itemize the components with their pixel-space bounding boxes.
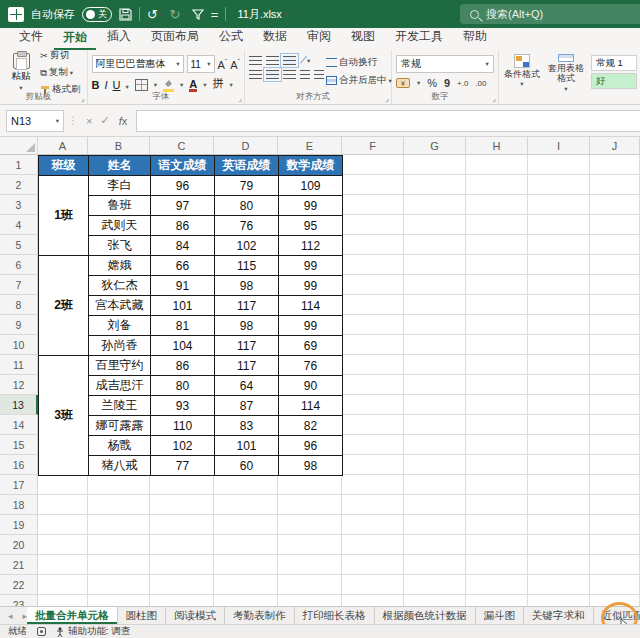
copy-button[interactable]: ⧉ 复制 ▾ <box>38 65 83 80</box>
table-cell[interactable]: 101 <box>215 436 279 456</box>
row-header[interactable]: 1 <box>0 155 38 175</box>
cell[interactable] <box>214 495 278 515</box>
ribbon-tab[interactable]: 审阅 <box>298 25 340 50</box>
cell[interactable] <box>342 395 404 415</box>
row-header[interactable]: 12 <box>0 375 38 395</box>
cell[interactable] <box>528 515 590 535</box>
cell[interactable] <box>590 455 640 475</box>
table-cell[interactable]: 77 <box>151 456 215 476</box>
cell[interactable] <box>278 535 342 555</box>
cell[interactable] <box>342 175 404 195</box>
row-header[interactable]: 5 <box>0 235 38 255</box>
cell[interactable] <box>590 595 640 606</box>
cell[interactable] <box>38 475 88 495</box>
table-cell[interactable]: 80 <box>151 376 215 396</box>
table-cell[interactable]: 2班 <box>39 256 89 356</box>
cell[interactable] <box>342 515 404 535</box>
cell[interactable] <box>342 555 404 575</box>
table-cell[interactable]: 60 <box>215 456 279 476</box>
cell[interactable] <box>528 335 590 355</box>
clipboard-dialog-launcher[interactable]: ⌟ <box>81 94 85 103</box>
cell[interactable] <box>466 595 528 606</box>
cell[interactable] <box>404 555 466 575</box>
cell[interactable] <box>528 155 590 175</box>
table-cell[interactable]: 99 <box>279 276 343 296</box>
table-header-cell[interactable]: 姓名 <box>89 156 151 176</box>
cell[interactable] <box>528 495 590 515</box>
row-header[interactable]: 22 <box>0 575 38 595</box>
cell[interactable] <box>466 555 528 575</box>
cell[interactable] <box>88 515 150 535</box>
sheet-tab[interactable]: 圆柱图 <box>118 607 167 624</box>
ribbon-tab[interactable]: 开发工具 <box>386 25 452 50</box>
borders-button[interactable] <box>135 79 148 91</box>
cell[interactable] <box>528 535 590 555</box>
cell[interactable] <box>38 535 88 555</box>
cell[interactable] <box>590 495 640 515</box>
table-cell[interactable]: 宫本武藏 <box>89 296 151 316</box>
conditional-formatting-button[interactable]: 条件格式▾ <box>503 54 541 92</box>
table-cell[interactable]: 102 <box>151 436 215 456</box>
cell[interactable] <box>342 355 404 375</box>
cell[interactable] <box>214 535 278 555</box>
increase-indent-button[interactable] <box>314 70 324 79</box>
table-cell[interactable]: 91 <box>151 276 215 296</box>
table-cell[interactable]: 98 <box>215 316 279 336</box>
cell[interactable] <box>342 295 404 315</box>
table-cell[interactable]: 64 <box>215 376 279 396</box>
cell[interactable] <box>466 235 528 255</box>
cell[interactable] <box>404 295 466 315</box>
italic-button[interactable]: I <box>104 79 107 91</box>
cell[interactable] <box>528 315 590 335</box>
table-cell[interactable]: 猪八戒 <box>89 456 151 476</box>
ribbon-tab[interactable]: 帮助 <box>454 25 496 50</box>
cell[interactable] <box>466 175 528 195</box>
number-format-select[interactable]: 常规▾ <box>396 55 494 73</box>
table-cell[interactable]: 93 <box>151 396 215 416</box>
cell[interactable] <box>590 575 640 595</box>
cell[interactable] <box>342 255 404 275</box>
column-header[interactable]: C <box>150 137 214 155</box>
decrease-indent-button[interactable] <box>300 70 310 79</box>
cell[interactable] <box>38 495 88 515</box>
cell[interactable] <box>404 175 466 195</box>
cell[interactable] <box>528 215 590 235</box>
cell[interactable] <box>404 535 466 555</box>
table-cell[interactable]: 3班 <box>39 356 89 476</box>
ribbon-tab[interactable]: 视图 <box>342 25 384 50</box>
decrease-decimal-button[interactable]: .00 <box>475 79 486 88</box>
cell[interactable] <box>342 155 404 175</box>
cell[interactable] <box>404 395 466 415</box>
alignment-dialog-launcher[interactable]: ⌟ <box>385 94 389 103</box>
cell[interactable] <box>88 595 150 606</box>
table-header-cell[interactable]: 数学成绩 <box>279 156 343 176</box>
autosave-toggle[interactable]: 关 <box>82 7 112 22</box>
document-title[interactable]: 11月.xlsx▾ <box>237 7 288 22</box>
font-color-button[interactable]: A <box>189 78 197 92</box>
cell[interactable] <box>342 575 404 595</box>
table-cell[interactable]: 104 <box>151 336 215 356</box>
ribbon-tab[interactable]: 插入 <box>98 25 140 50</box>
table-cell[interactable]: 杨戬 <box>89 436 151 456</box>
merge-center-button[interactable]: 合并后居中▾ <box>324 73 394 88</box>
cell[interactable] <box>466 195 528 215</box>
cell[interactable] <box>590 295 640 315</box>
undo-button[interactable]: ↺▾ <box>147 8 162 21</box>
row-header[interactable]: 23 <box>0 595 38 606</box>
cell[interactable] <box>88 535 150 555</box>
cell[interactable] <box>528 375 590 395</box>
table-cell[interactable]: 112 <box>279 236 343 256</box>
table-cell[interactable]: 114 <box>279 396 343 416</box>
cell[interactable] <box>466 495 528 515</box>
cell[interactable] <box>590 235 640 255</box>
cell[interactable] <box>404 595 466 606</box>
sheet-tab[interactable]: 关键字求和 <box>524 607 594 624</box>
cell[interactable] <box>590 255 640 275</box>
table-cell[interactable]: 96 <box>151 176 215 196</box>
cell[interactable] <box>88 555 150 575</box>
cell[interactable] <box>528 475 590 495</box>
accounting-format-button[interactable]: ¥ <box>396 78 410 88</box>
cell[interactable] <box>528 275 590 295</box>
paste-button[interactable]: 粘贴 ▾ <box>4 53 38 92</box>
cell[interactable] <box>342 455 404 475</box>
